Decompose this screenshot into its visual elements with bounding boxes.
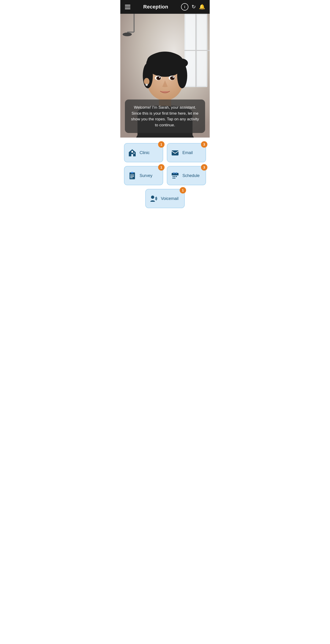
svg-rect-44 — [130, 175, 131, 176]
svg-rect-52 — [173, 172, 174, 174]
header-right: i ↻ 🔔 — [181, 3, 205, 10]
clinic-badge: 1 — [158, 141, 165, 148]
svg-rect-43 — [130, 178, 133, 178]
svg-rect-55 — [174, 176, 175, 177]
speech-bubble: Welcome! I'm Sarah, your assistant. Sinc… — [125, 100, 205, 133]
svg-point-28 — [171, 76, 174, 79]
voicemail-label: Voicemail — [161, 196, 179, 201]
app-header: Reception i ↻ 🔔 — [120, 0, 210, 14]
survey-badge: 1 — [158, 164, 165, 170]
voicemail-badge: 1 — [180, 187, 186, 194]
clinic-icon — [128, 148, 136, 157]
svg-rect-51 — [172, 175, 179, 176]
clinic-label: Clinic — [140, 150, 150, 155]
svg-point-27 — [158, 76, 160, 79]
email-icon — [171, 148, 179, 157]
svg-rect-54 — [173, 176, 174, 177]
page-title: Reception — [143, 4, 168, 10]
info-icon: i — [184, 5, 185, 9]
refresh-icon: ↻ — [192, 4, 196, 10]
email-badge: 3 — [201, 141, 207, 148]
svg-rect-42 — [130, 176, 134, 177]
svg-rect-41 — [130, 175, 134, 176]
svg-rect-56 — [176, 176, 177, 177]
speech-text: Welcome! I'm Sarah, your assistant. Sinc… — [129, 104, 201, 128]
info-button[interactable]: i — [181, 3, 188, 10]
notification-button[interactable]: 🔔 — [199, 4, 205, 10]
svg-point-59 — [151, 196, 154, 199]
schedule-card[interactable]: 3 — [167, 166, 206, 185]
hero-section: Welcome! I'm Sarah, your assistant. Sinc… — [120, 14, 210, 138]
svg-point-20 — [174, 58, 188, 68]
svg-rect-58 — [174, 178, 175, 178]
svg-rect-46 — [130, 178, 131, 178]
svg-rect-37 — [134, 152, 134, 154]
schedule-icon — [171, 172, 179, 180]
svg-rect-40 — [131, 172, 133, 173]
svg-rect-53 — [176, 172, 177, 174]
menu-button[interactable] — [125, 5, 130, 9]
svg-rect-57 — [173, 178, 174, 178]
voicemail-card[interactable]: 1 Voicemail — [145, 189, 185, 208]
activity-row-2: 1 Survey 3 — [124, 166, 206, 185]
survey-card[interactable]: 1 Survey — [124, 166, 163, 185]
activity-row-1: 1 Clinic 3 — [124, 143, 206, 162]
svg-point-8 — [123, 32, 132, 36]
svg-point-29 — [159, 77, 160, 78]
schedule-label: Schedule — [182, 173, 200, 178]
header-left — [125, 5, 130, 9]
survey-label: Survey — [140, 173, 152, 178]
svg-point-22 — [146, 84, 148, 86]
svg-rect-32 — [131, 152, 133, 152]
svg-rect-38 — [172, 150, 179, 156]
clinic-card[interactable]: 1 Clinic — [124, 143, 163, 162]
activity-grid: 1 Clinic 3 — [120, 138, 210, 221]
activity-row-3: 1 Voicemail — [124, 189, 206, 208]
email-card[interactable]: 3 Email — [167, 143, 206, 162]
voicemail-icon — [149, 194, 158, 203]
survey-icon — [128, 172, 136, 180]
refresh-button[interactable]: ↻ — [192, 4, 196, 10]
svg-point-30 — [173, 77, 174, 78]
svg-rect-39 — [129, 172, 135, 179]
bell-icon: 🔔 — [199, 4, 205, 10]
svg-rect-45 — [130, 176, 131, 177]
schedule-badge: 3 — [201, 164, 207, 170]
email-label: Email — [182, 150, 193, 155]
